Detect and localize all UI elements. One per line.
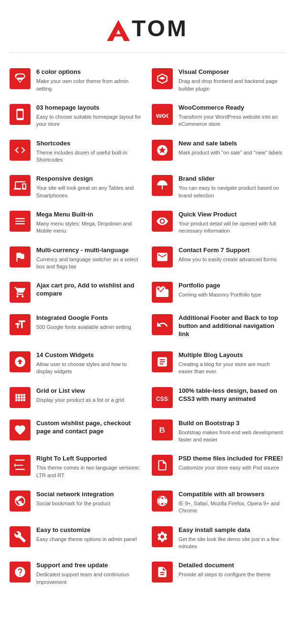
feature-title-easy-customize: Easy to customize	[36, 526, 136, 534]
feature-desc-support: Dedicated support team and continuous im…	[36, 571, 142, 586]
feature-desc-document: Provide all steps to configure the theme	[178, 571, 271, 578]
feature-text-woocommerce-ready: WooCommerce Ready Transform your WordPre…	[178, 104, 284, 128]
flag-icon	[10, 246, 31, 267]
feature-item-brand-slider: Brand slider You can easy to navigate pr…	[147, 169, 289, 205]
doc-icon	[152, 562, 173, 583]
feature-item-responsive-design: Responsive design Your site will look gr…	[5, 169, 147, 205]
logo-text: TOM	[132, 16, 188, 41]
feature-item-shortcodes: Shortcodes Theme includes dozen of usefu…	[5, 134, 147, 170]
feature-item-ajax-cart: Ajax cart pro, Add to wishlist and compa…	[5, 276, 147, 308]
feature-title-homepage-layouts: 03 homepage layouts	[36, 104, 142, 112]
eye-icon	[152, 211, 173, 232]
feature-desc-brand-slider: You can easy to navigate product based o…	[178, 184, 284, 199]
feature-title-custom-widgets: 14 Custom Widgets	[36, 351, 142, 359]
feature-desc-visual-composer: Drag and drop frontend and backend page …	[178, 78, 284, 92]
feature-text-psd-files: PSD theme files included for FREE! Custo…	[178, 455, 283, 471]
feature-title-woocommerce-ready: WooCommerce Ready	[178, 104, 284, 112]
feature-item-quick-view: Quick View Product Your product detail w…	[147, 205, 289, 241]
feature-title-document: Detailed document	[178, 562, 271, 570]
feature-desc-mega-menu: Many menu styles: Mega, Dropdown and Mob…	[36, 220, 142, 235]
feature-desc-bootstrap: Bootstrap makes front-end web developmen…	[178, 429, 284, 444]
feature-desc-google-fonts: 500 Google fonts available admin setting	[36, 324, 131, 331]
feature-title-all-browsers: Compatible with all browsers	[178, 491, 284, 499]
feature-text-homepage-layouts: 03 homepage layouts Easy to choose suita…	[36, 104, 142, 128]
feature-item-psd-files: PSD theme files included for FREE! Custo…	[147, 449, 289, 485]
feature-text-rtl: Right To Left Supported This theme comes…	[36, 455, 142, 479]
header: TOM	[0, 0, 294, 52]
feature-text-wishlist: Custom wishlist page, checkout page and …	[36, 419, 142, 437]
feature-title-grid-list: Grid or List view	[36, 387, 124, 395]
feature-item-custom-widgets: 14 Custom Widgets Allow user to choose s…	[5, 346, 147, 381]
feature-text-bootstrap: Build on Bootstrap 3 Bootstrap makes fro…	[178, 419, 284, 444]
feature-text-support: Support and free update Dedicated suppor…	[36, 562, 142, 586]
feature-text-multi-currency: Multi-currency - multi-language Currency…	[36, 246, 142, 271]
feature-desc-grid-list: Display your product as a list or a grid	[36, 397, 124, 404]
sale-icon	[152, 140, 173, 161]
feature-text-mega-menu: Mega Menu Built-in Many menu styles: Meg…	[36, 211, 142, 235]
feature-title-psd-files: PSD theme files included for FREE!	[178, 455, 283, 463]
feature-title-bootstrap: Build on Bootstrap 3	[178, 419, 284, 428]
psd-icon	[152, 455, 173, 476]
feature-text-visual-composer: Visual Composer Drag and drop frontend a…	[178, 68, 284, 92]
feature-item-sample-data: Easy install sample data Get the site lo…	[147, 521, 289, 556]
feature-item-homepage-layouts: 03 homepage layouts Easy to choose suita…	[5, 98, 147, 134]
portfolio-icon	[152, 282, 173, 303]
feature-title-support: Support and free update	[36, 562, 142, 570]
feature-item-sale-labels: New and sale labels Mark product with "o…	[147, 134, 289, 170]
feature-item-rtl: Right To Left Supported This theme comes…	[5, 449, 147, 485]
feature-title-multi-currency: Multi-currency - multi-language	[36, 246, 142, 255]
feature-item-support: Support and free update Dedicated suppor…	[5, 556, 147, 592]
svg-text:CSS3: CSS3	[156, 395, 168, 402]
feature-text-ajax-cart: Ajax cart pro, Add to wishlist and compa…	[36, 282, 142, 299]
feature-text-quick-view: Quick View Product Your product detail w…	[178, 211, 284, 235]
feature-desc-rtl: This theme comes in two language version…	[36, 464, 142, 479]
feature-item-blog-layouts: Multiple Blog Layouts Creating a blog fo…	[147, 346, 289, 381]
feature-desc-blog-layouts: Creating a blog for your store are much …	[178, 361, 284, 376]
feature-item-woocommerce-ready: woo WooCommerce Ready Transform your Wor…	[147, 98, 289, 134]
feature-title-portfolio: Portfolio page	[178, 282, 261, 290]
feature-text-portfolio: Portfolio page Coming with Masonry Portf…	[178, 282, 261, 298]
feature-item-color-options: 6 color options Make your own color them…	[5, 62, 147, 98]
phone-icon	[10, 104, 31, 125]
undo-icon	[152, 314, 173, 335]
css3-icon: CSS3	[152, 387, 173, 408]
feature-text-easy-customize: Easy to customize Easy change theme opti…	[36, 526, 136, 543]
feature-text-document: Detailed document Provide all steps to c…	[178, 562, 271, 578]
feature-desc-quick-view: Your product detail will be opened with …	[178, 220, 284, 235]
feature-text-shortcodes: Shortcodes Theme includes dozen of usefu…	[36, 140, 142, 164]
heart-icon	[10, 419, 31, 440]
feature-title-contact-form: Contact Form 7 Support	[178, 246, 276, 255]
feature-text-google-fonts: Integrated Google Fonts 500 Google fonts…	[36, 314, 131, 331]
feature-item-visual-composer: Visual Composer Drag and drop frontend a…	[147, 62, 289, 98]
woo-icon: woo	[152, 104, 173, 125]
font-icon	[10, 314, 31, 335]
feature-item-grid-list: Grid or List view Display your product a…	[5, 381, 147, 414]
feature-title-quick-view: Quick View Product	[178, 211, 284, 219]
feature-desc-contact-form: Allow you to easily create advanced form…	[178, 256, 276, 263]
feature-title-rtl: Right To Left Supported	[36, 455, 142, 463]
social-icon	[10, 491, 31, 511]
gear-icon	[152, 526, 173, 547]
feature-item-contact-form: Contact Form 7 Support Allow you to easi…	[147, 241, 289, 276]
feature-item-footer-nav: Additional Footer and Back to top button…	[147, 308, 289, 346]
feature-title-footer-nav: Additional Footer and Back to top button…	[178, 314, 284, 338]
logo-a-icon	[106, 14, 131, 43]
feature-title-css3-design: 100% table-less design, based on CSS3 wi…	[178, 387, 284, 403]
feature-desc-multi-currency: Currency and language switcher as a sele…	[36, 256, 142, 271]
feature-item-all-browsers: Compatible with all browsers IE 9+, Safa…	[147, 485, 289, 521]
feature-text-sale-labels: New and sale labels Mark product with "o…	[178, 140, 282, 156]
browser-icon	[152, 491, 173, 511]
feature-title-responsive-design: Responsive design	[36, 175, 142, 183]
shortcode-icon	[10, 140, 31, 161]
blog-icon	[152, 351, 173, 372]
svg-marker-0	[107, 20, 130, 41]
feature-text-footer-nav: Additional Footer and Back to top button…	[178, 314, 284, 340]
wrench-icon	[10, 526, 31, 547]
feature-text-responsive-design: Responsive design Your site will look gr…	[36, 175, 142, 199]
feature-text-all-browsers: Compatible with all browsers IE 9+, Safa…	[178, 491, 284, 515]
feature-desc-sample-data: Get the site look like demo site just in…	[178, 536, 284, 551]
menu-icon	[10, 211, 31, 232]
feature-item-mega-menu: Mega Menu Built-in Many menu styles: Meg…	[5, 205, 147, 241]
download-icon	[10, 351, 31, 372]
feature-item-document: Detailed document Provide all steps to c…	[147, 556, 289, 592]
